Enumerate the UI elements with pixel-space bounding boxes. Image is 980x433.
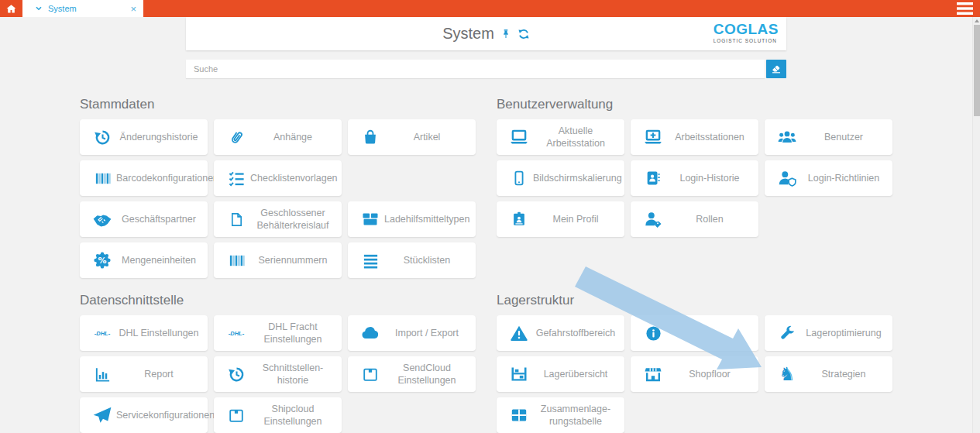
page-header: System COGLAS LOGISTIC SOLUTION [186, 17, 786, 50]
tile-bildschirmskalierung[interactable]: Bildschirmskalierung [497, 160, 624, 196]
tile-anh-nge[interactable]: Anhänge [214, 119, 342, 155]
tile-seriennummern[interactable]: Seriennummern [214, 242, 342, 278]
tile-label: Bildschirmskalierung [531, 172, 628, 184]
tile-label: Ladehilfsmitteltypen [383, 213, 476, 225]
tile-mengeneinheiten[interactable]: %Mengeneinheiten [80, 242, 208, 278]
tile-st-cklisten[interactable]: Stücklisten [348, 242, 476, 278]
store-icon [641, 365, 665, 383]
tile-schnittstellen-historie[interactable]: Schnittstellen-historie [214, 356, 342, 392]
knight-icon: ♞ [775, 365, 799, 383]
tile-label: Barcodekonfigurationen [115, 172, 225, 184]
tile-label: Geschäftspartner [115, 213, 208, 225]
tab-system[interactable]: System × [22, 0, 143, 17]
dhl-icon: -DHL- [224, 330, 249, 337]
tile-label: Shipcloud Einstellungen [249, 403, 342, 428]
tile-label: Lagerübersicht [531, 368, 624, 380]
tile-label: Login-Richtlinien [799, 172, 892, 184]
tile-label: Gefahrstoffbereich [531, 327, 624, 339]
tile-label: Benutzer [799, 131, 892, 143]
tile-arbeitsstationen[interactable]: Arbeitsstationen [631, 119, 758, 155]
tile-gesch-ftspartner[interactable]: Geschäftspartner [80, 201, 208, 237]
rack-icon [507, 365, 531, 383]
paperclip-icon [224, 129, 249, 146]
section-stammdaten: StammdatenÄnderungshistorieAnhängeArtike… [80, 96, 476, 278]
tile-checklistenvorlagen[interactable]: Checklistenvorlagen [214, 160, 342, 196]
tile-import-export[interactable]: Import / Export [348, 315, 476, 351]
refresh-icon[interactable] [518, 28, 530, 40]
tile-benutzer[interactable]: Benutzer [765, 119, 892, 155]
tile-strategien[interactable]: ♞Strategien [765, 356, 892, 392]
scroll-up-arrow[interactable] [975, 19, 979, 22]
tile-label: Mengeneinheiten [115, 254, 208, 266]
logo-tagline: LOGISTIC SOLUTION [714, 38, 779, 43]
tile-label: Rollen [665, 213, 758, 225]
tile-label: Import / Export [383, 327, 476, 339]
tile-info[interactable] [631, 315, 758, 351]
tile-lageroptimierung[interactable]: Lageroptimierung [765, 315, 892, 351]
laptop-icon [507, 127, 531, 147]
tile-login-historie[interactable]: Login-Historie [631, 160, 758, 196]
tile-artikel[interactable]: Artikel [348, 119, 476, 155]
barcode-icon [224, 252, 249, 270]
tile-label: Aktuelle Arbeitsstation [531, 125, 624, 150]
tile-zusammenlage-rungstabelle[interactable]: Zusammenlage-rungstabelle [497, 397, 624, 433]
tile-servicekonfigurationen[interactable]: Servicekonfigurationen [80, 397, 208, 433]
paper-plane-icon [90, 405, 115, 425]
file-icon [224, 211, 249, 228]
tile-report[interactable]: Report [80, 356, 208, 392]
id-badge-icon [507, 211, 531, 228]
tile-label: DHL Einstellungen [115, 327, 208, 339]
search-bar [186, 60, 786, 78]
user-tag-icon [641, 209, 665, 229]
scrollbar[interactable] [972, 17, 980, 433]
tile-mein-profil[interactable]: Mein Profil [497, 201, 624, 237]
pin-icon[interactable] [500, 29, 511, 40]
tile-label: Geschlossener Behälterkreislauf [249, 207, 342, 232]
tile-dhl-fracht-einstellungen[interactable]: -DHL-DHL Fracht Einstellungen [214, 315, 342, 351]
section-title: Benutzerverwaltung [497, 96, 892, 113]
search-clear-button[interactable] [766, 60, 786, 78]
tile-aktuelle-arbeitsstation[interactable]: Aktuelle Arbeitsstation [497, 119, 624, 155]
logo-name: COGLAS [714, 22, 779, 36]
users-icon [775, 127, 799, 147]
tile-barcodekonfigurationen[interactable]: Barcodekonfigurationen [80, 160, 208, 196]
top-bar: System × [0, 0, 980, 17]
parcel-icon [224, 407, 249, 424]
home-button[interactable] [0, 0, 22, 17]
scrollbar-thumb[interactable] [974, 25, 980, 116]
lines-icon [358, 252, 383, 270]
chevron-down-icon[interactable] [35, 5, 43, 12]
tile-sendcloud-einstellungen[interactable]: SendCloud Einstellungen [348, 356, 476, 392]
checklist-icon [224, 170, 249, 187]
section-title: Datenschnittstelle [80, 292, 476, 309]
wrench-icon [775, 325, 799, 342]
tile-dhl-einstellungen[interactable]: -DHL-DHL Einstellungen [80, 315, 208, 351]
handshake-icon [90, 209, 115, 229]
tile-nderungshistorie[interactable]: Änderungshistorie [80, 119, 208, 155]
tile-label: Seriennummern [249, 254, 342, 266]
tile-label: Strategien [799, 368, 892, 380]
tile-lager-bersicht[interactable]: Lagerübersicht [497, 356, 624, 392]
mobile-icon [507, 170, 531, 187]
menu-icon[interactable] [957, 2, 973, 15]
tile-label: Arbeitsstationen [665, 131, 758, 143]
svg-text:%: % [98, 256, 106, 266]
table-icon [507, 406, 531, 424]
box-open-icon [358, 210, 383, 229]
tile-label: Lageroptimierung [799, 327, 892, 339]
bag-icon [358, 129, 383, 146]
tile-gefahrstoffbereich[interactable]: Gefahrstoffbereich [497, 315, 624, 351]
tile-rollen[interactable]: Rollen [631, 201, 758, 237]
search-input[interactable] [186, 60, 765, 78]
tile-label: Anhänge [249, 131, 342, 143]
percent-badge-icon: % [90, 251, 115, 270]
tile-label: Schnittstellen-historie [249, 362, 342, 387]
tab-close-icon[interactable]: × [129, 4, 138, 14]
tile-shopfloor[interactable]: Shopfloor [631, 356, 758, 392]
tile-label: Checklistenvorlagen [249, 172, 344, 184]
section-datenschnittstelle: Datenschnittstelle-DHL-DHL Einstellungen… [80, 292, 476, 433]
tile-geschlossener-beh-lterkreislauf[interactable]: Geschlossener Behälterkreislauf [214, 201, 342, 237]
tile-login-richtlinien[interactable]: Login-Richtlinien [765, 160, 892, 196]
tile-ladehilfsmitteltypen[interactable]: Ladehilfsmitteltypen [348, 201, 476, 237]
tile-shipcloud-einstellungen[interactable]: Shipcloud Einstellungen [214, 397, 342, 433]
